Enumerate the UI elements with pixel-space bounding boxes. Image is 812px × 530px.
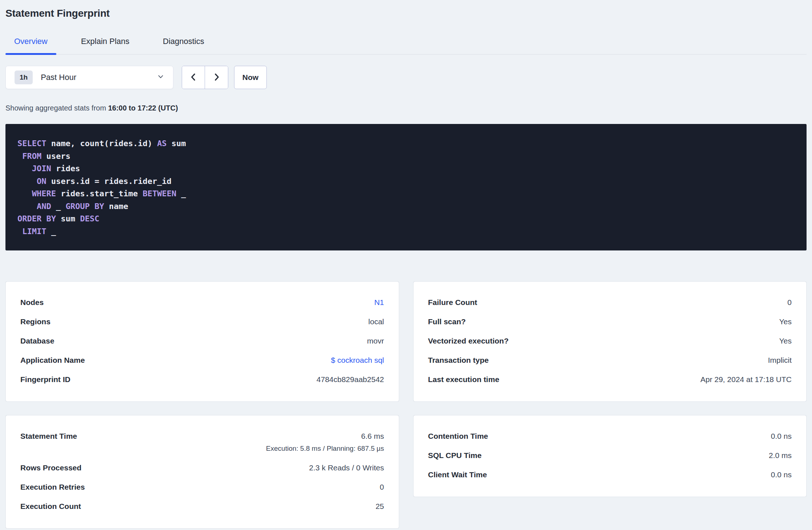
sql-token: name, count(rides.id) — [46, 139, 157, 148]
now-button[interactable]: Now — [234, 66, 267, 89]
stat-row: Transaction typeImplicit — [428, 350, 792, 370]
stat-label: Fingerprint ID — [20, 374, 71, 384]
stat-value: 0 — [787, 297, 792, 307]
stat-row: Vectorized execution?Yes — [428, 331, 792, 350]
stat-value-wrap: 25 — [375, 501, 384, 511]
sql-token: sum — [167, 139, 186, 148]
page-content: Statement Fingerprint Overview Explain P… — [0, 7, 812, 529]
chevron-down-icon — [157, 73, 164, 82]
sql-statement-box: SELECT name, count(rides.id) AS sum FROM… — [5, 124, 807, 250]
tab-diagnostics[interactable]: Diagnostics — [154, 36, 213, 54]
statement-stats-card: Statement Time6.6 msExecution: 5.8 ms / … — [5, 415, 399, 529]
next-time-button[interactable] — [205, 66, 228, 89]
sql-keyword: JOIN — [32, 164, 51, 173]
stat-value: 0.0 ns — [771, 470, 792, 479]
previous-time-button[interactable] — [182, 66, 205, 89]
sql-keyword: WHERE — [32, 189, 56, 198]
timing-stats-card: Contention Time0.0 nsSQL CPU Time2.0 msC… — [413, 415, 807, 497]
sql-keyword: AND — [37, 202, 51, 211]
stat-value-link[interactable]: N1 — [374, 297, 384, 307]
sql-token: users.id = rides.rider_id — [46, 177, 171, 186]
stat-value: 0.0 ns — [771, 431, 792, 441]
stat-value: 2.3 k Reads / 0 Writes — [309, 463, 384, 473]
stat-row: Databasemovr — [20, 331, 384, 350]
stat-value-wrap: 6.6 msExecution: 5.8 ms / Planning: 687.… — [266, 431, 384, 453]
sql-keyword: GROUP BY — [65, 202, 104, 211]
stat-label: Application Name — [20, 355, 85, 365]
stat-value: Yes — [779, 336, 792, 346]
stat-value-wrap: movr — [367, 336, 384, 346]
stat-value-wrap: 4784cb829aab2542 — [317, 374, 384, 384]
stat-value-link[interactable]: $ cockroach sql — [331, 355, 384, 365]
stat-label: Statement Time — [20, 431, 77, 441]
sql-token: sum — [56, 214, 80, 223]
time-controls: 1h Past Hour Now — [5, 66, 807, 89]
stat-row: Contention Time0.0 ns — [428, 426, 792, 446]
sql-keyword: ORDER BY — [17, 214, 56, 223]
stat-subvalue: Execution: 5.8 ms / Planning: 687.5 µs — [266, 443, 384, 453]
sql-line: WHERE rides.start_time BETWEEN _ — [17, 188, 795, 200]
stat-row: Last execution timeApr 29, 2024 at 17:18… — [428, 370, 792, 389]
stat-row: Execution Count25 — [20, 497, 384, 516]
sql-line: FROM users — [17, 150, 795, 163]
stat-value: Yes — [779, 317, 792, 326]
stat-value-wrap: Yes — [779, 317, 792, 326]
stat-value-wrap: 2.3 k Reads / 0 Writes — [309, 463, 384, 473]
sql-token: rides — [51, 164, 80, 173]
stat-row: Failure Count0 — [428, 293, 792, 312]
stat-label: Nodes — [20, 297, 44, 307]
sql-keyword: AS — [157, 139, 167, 148]
sql-token — [17, 152, 22, 161]
stat-value-wrap: N1 — [374, 297, 384, 307]
time-range-dropdown[interactable]: 1h Past Hour — [5, 66, 173, 89]
stat-label: Execution Count — [20, 501, 81, 511]
sql-token: _ — [51, 202, 66, 211]
stat-value: local — [368, 317, 384, 326]
sql-token — [17, 227, 22, 236]
sql-line: SELECT name, count(rides.id) AS sum — [17, 137, 795, 150]
stat-value-wrap: 2.0 ms — [769, 450, 792, 460]
sql-token — [17, 189, 32, 198]
stat-label: Regions — [20, 317, 51, 326]
sql-token — [17, 202, 37, 211]
stat-label: Contention Time — [428, 431, 488, 441]
time-range-label: Past Hour — [41, 73, 157, 82]
aggregation-status-range: 16:00 to 17:22 (UTC) — [108, 104, 178, 112]
tab-explain-plans[interactable]: Explain Plans — [72, 36, 138, 54]
stat-value: 25 — [375, 501, 384, 511]
stat-row: Full scan?Yes — [428, 312, 792, 331]
stat-value-wrap: Yes — [779, 336, 792, 346]
sql-line: AND _ GROUP BY name — [17, 200, 795, 213]
stat-label: Execution Retries — [20, 482, 85, 492]
stat-row: Application Name$ cockroach sql — [20, 350, 384, 370]
stat-row: NodesN1 — [20, 293, 384, 312]
sql-line: ORDER BY sum DESC — [17, 213, 795, 225]
stat-value: 2.0 ms — [769, 450, 792, 460]
stat-value-wrap: local — [368, 317, 384, 326]
sql-token — [17, 177, 37, 186]
stat-label: SQL CPU Time — [428, 450, 482, 460]
stat-value: 6.6 ms — [361, 431, 384, 441]
stat-label: Rows Processed — [20, 463, 81, 473]
stat-row: Fingerprint ID4784cb829aab2542 — [20, 370, 384, 389]
stat-row: Regionslocal — [20, 312, 384, 331]
chevron-left-icon — [189, 72, 198, 83]
stat-label: Transaction type — [428, 355, 489, 365]
stat-value-wrap: 0.0 ns — [771, 431, 792, 441]
stat-value-wrap: 0 — [380, 482, 384, 492]
stat-value-wrap: Apr 29, 2024 at 17:18 UTC — [700, 374, 792, 384]
tab-overview[interactable]: Overview — [5, 36, 56, 54]
sql-token: name — [104, 202, 128, 211]
tab-bar: Overview Explain Plans Diagnostics — [5, 36, 807, 55]
stat-row: Statement Time6.6 msExecution: 5.8 ms / … — [20, 426, 384, 458]
stat-value-wrap: Implicit — [768, 355, 792, 365]
sql-token: _ — [176, 189, 186, 198]
stat-label: Database — [20, 336, 54, 346]
stat-value: 4784cb829aab2542 — [317, 374, 384, 384]
sql-token — [17, 164, 32, 173]
sql-keyword: BETWEEN — [142, 189, 176, 198]
stat-label: Failure Count — [428, 297, 477, 307]
stat-value-wrap: $ cockroach sql — [331, 355, 384, 365]
aggregation-status: Showing aggregated stats from 16:00 to 1… — [5, 104, 807, 112]
summary-cards: NodesN1RegionslocalDatabasemovrApplicati… — [5, 281, 807, 529]
